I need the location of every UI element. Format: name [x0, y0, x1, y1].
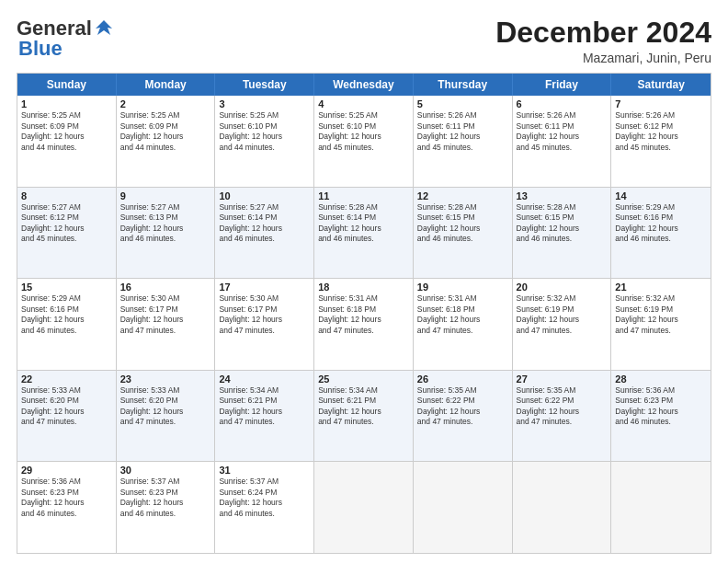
day-number: 21 [615, 282, 707, 293]
day-cell-1: 1Sunrise: 5:25 AM Sunset: 6:09 PM Daylig… [17, 96, 117, 187]
day-info: Sunrise: 5:26 AM Sunset: 6:11 PM Dayligh… [517, 110, 608, 153]
page: General Blue December 2024 Mazamari, Jun… [0, 0, 728, 563]
day-cell-24: 24Sunrise: 5:34 AM Sunset: 6:21 PM Dayli… [215, 371, 314, 462]
day-info: Sunrise: 5:37 AM Sunset: 6:24 PM Dayligh… [219, 477, 310, 519]
day-cell-30: 30Sunrise: 5:37 AM Sunset: 6:23 PM Dayli… [117, 462, 216, 553]
day-number: 22 [21, 373, 112, 385]
day-cell-3: 3Sunrise: 5:25 AM Sunset: 6:10 PM Daylig… [215, 96, 314, 187]
logo-blue: Blue [18, 37, 63, 61]
day-number: 14 [615, 190, 707, 201]
day-cell-6: 6Sunrise: 5:26 AM Sunset: 6:11 PM Daylig… [513, 96, 612, 187]
day-cell-7: 7Sunrise: 5:26 AM Sunset: 6:12 PM Daylig… [611, 96, 711, 187]
calendar-body: 1Sunrise: 5:25 AM Sunset: 6:09 PM Daylig… [17, 96, 711, 553]
month-year: December 2024 [495, 17, 711, 49]
day-info: Sunrise: 5:31 AM Sunset: 6:18 PM Dayligh… [417, 293, 508, 336]
calendar-week-2: 8Sunrise: 5:27 AM Sunset: 6:12 PM Daylig… [17, 187, 711, 279]
day-info: Sunrise: 5:33 AM Sunset: 6:20 PM Dayligh… [21, 385, 112, 428]
day-number: 2 [120, 98, 211, 109]
day-cell-12: 12Sunrise: 5:28 AM Sunset: 6:15 PM Dayli… [414, 188, 513, 279]
day-number: 16 [120, 282, 211, 293]
day-number: 1 [21, 98, 112, 109]
day-number: 23 [120, 373, 211, 385]
day-info: Sunrise: 5:35 AM Sunset: 6:22 PM Dayligh… [417, 385, 508, 428]
day-cell-25: 25Sunrise: 5:34 AM Sunset: 6:21 PM Dayli… [314, 371, 414, 462]
day-number: 13 [517, 190, 608, 201]
day-cell-16: 16Sunrise: 5:30 AM Sunset: 6:17 PM Dayli… [117, 279, 216, 370]
day-info: Sunrise: 5:28 AM Sunset: 6:15 PM Dayligh… [517, 202, 608, 245]
day-info: Sunrise: 5:26 AM Sunset: 6:11 PM Dayligh… [417, 110, 508, 153]
header-day-friday: Friday [513, 74, 612, 96]
day-number: 8 [21, 190, 112, 201]
day-cell-22: 22Sunrise: 5:33 AM Sunset: 6:20 PM Dayli… [17, 371, 117, 462]
day-info: Sunrise: 5:27 AM Sunset: 6:13 PM Dayligh… [120, 202, 211, 245]
day-number: 29 [21, 465, 112, 476]
day-number: 6 [517, 98, 608, 109]
day-info: Sunrise: 5:29 AM Sunset: 6:16 PM Dayligh… [21, 293, 112, 336]
day-cell-10: 10Sunrise: 5:27 AM Sunset: 6:14 PM Dayli… [215, 188, 314, 279]
day-cell-15: 15Sunrise: 5:29 AM Sunset: 6:16 PM Dayli… [17, 279, 117, 370]
day-cell-19: 19Sunrise: 5:31 AM Sunset: 6:18 PM Dayli… [414, 279, 513, 370]
day-info: Sunrise: 5:25 AM Sunset: 6:10 PM Dayligh… [318, 110, 409, 153]
day-info: Sunrise: 5:28 AM Sunset: 6:14 PM Dayligh… [318, 202, 409, 245]
day-info: Sunrise: 5:32 AM Sunset: 6:19 PM Dayligh… [615, 293, 707, 336]
day-info: Sunrise: 5:30 AM Sunset: 6:17 PM Dayligh… [120, 293, 211, 336]
calendar-week-4: 22Sunrise: 5:33 AM Sunset: 6:20 PM Dayli… [17, 370, 711, 462]
day-number: 19 [417, 282, 508, 293]
empty-cell [314, 462, 414, 553]
day-cell-2: 2Sunrise: 5:25 AM Sunset: 6:09 PM Daylig… [117, 96, 216, 187]
day-info: Sunrise: 5:27 AM Sunset: 6:14 PM Dayligh… [219, 202, 310, 245]
day-cell-31: 31Sunrise: 5:37 AM Sunset: 6:24 PM Dayli… [215, 462, 314, 553]
day-number: 27 [517, 373, 608, 385]
day-cell-5: 5Sunrise: 5:26 AM Sunset: 6:11 PM Daylig… [414, 96, 513, 187]
day-number: 7 [615, 98, 707, 109]
day-info: Sunrise: 5:30 AM Sunset: 6:17 PM Dayligh… [219, 293, 310, 336]
day-number: 3 [219, 98, 310, 109]
header-day-wednesday: Wednesday [314, 74, 414, 96]
day-number: 15 [21, 282, 112, 293]
day-number: 18 [318, 282, 409, 293]
day-number: 5 [417, 98, 508, 109]
day-cell-17: 17Sunrise: 5:30 AM Sunset: 6:17 PM Dayli… [215, 279, 314, 370]
day-info: Sunrise: 5:31 AM Sunset: 6:18 PM Dayligh… [318, 293, 409, 336]
day-info: Sunrise: 5:29 AM Sunset: 6:16 PM Dayligh… [615, 202, 707, 245]
day-number: 4 [318, 98, 409, 109]
day-cell-27: 27Sunrise: 5:35 AM Sunset: 6:22 PM Dayli… [513, 371, 612, 462]
calendar-header: SundayMondayTuesdayWednesdayThursdayFrid… [17, 74, 711, 96]
day-info: Sunrise: 5:37 AM Sunset: 6:23 PM Dayligh… [120, 477, 211, 519]
day-cell-13: 13Sunrise: 5:28 AM Sunset: 6:15 PM Dayli… [513, 188, 612, 279]
day-info: Sunrise: 5:34 AM Sunset: 6:21 PM Dayligh… [318, 385, 409, 428]
header-day-tuesday: Tuesday [215, 74, 314, 96]
day-info: Sunrise: 5:25 AM Sunset: 6:10 PM Dayligh… [219, 110, 310, 153]
calendar-week-1: 1Sunrise: 5:25 AM Sunset: 6:09 PM Daylig… [17, 96, 711, 187]
day-cell-4: 4Sunrise: 5:25 AM Sunset: 6:10 PM Daylig… [314, 96, 414, 187]
day-number: 17 [219, 282, 310, 293]
day-info: Sunrise: 5:36 AM Sunset: 6:23 PM Dayligh… [21, 477, 112, 519]
day-info: Sunrise: 5:27 AM Sunset: 6:12 PM Dayligh… [21, 202, 112, 245]
day-info: Sunrise: 5:36 AM Sunset: 6:23 PM Dayligh… [615, 385, 707, 428]
header-day-saturday: Saturday [611, 74, 711, 96]
day-cell-18: 18Sunrise: 5:31 AM Sunset: 6:18 PM Dayli… [314, 279, 414, 370]
day-cell-23: 23Sunrise: 5:33 AM Sunset: 6:20 PM Dayli… [117, 371, 216, 462]
day-number: 30 [120, 465, 211, 476]
empty-cell [414, 462, 513, 553]
day-cell-8: 8Sunrise: 5:27 AM Sunset: 6:12 PM Daylig… [17, 188, 117, 279]
day-number: 24 [219, 373, 310, 385]
day-number: 31 [219, 465, 310, 476]
day-info: Sunrise: 5:25 AM Sunset: 6:09 PM Dayligh… [21, 110, 112, 153]
day-cell-28: 28Sunrise: 5:36 AM Sunset: 6:23 PM Dayli… [611, 371, 711, 462]
empty-cell [513, 462, 612, 553]
header: General Blue December 2024 Mazamari, Jun… [17, 17, 711, 65]
day-cell-20: 20Sunrise: 5:32 AM Sunset: 6:19 PM Dayli… [513, 279, 612, 370]
day-info: Sunrise: 5:25 AM Sunset: 6:09 PM Dayligh… [120, 110, 211, 153]
day-number: 12 [417, 190, 508, 201]
day-number: 20 [517, 282, 608, 293]
day-cell-11: 11Sunrise: 5:28 AM Sunset: 6:14 PM Dayli… [314, 188, 414, 279]
title-block: December 2024 Mazamari, Junin, Peru [495, 17, 711, 65]
calendar: SundayMondayTuesdayWednesdayThursdayFrid… [17, 73, 711, 554]
day-info: Sunrise: 5:28 AM Sunset: 6:15 PM Dayligh… [417, 202, 508, 245]
header-day-monday: Monday [117, 74, 216, 96]
day-cell-29: 29Sunrise: 5:36 AM Sunset: 6:23 PM Dayli… [17, 462, 117, 553]
header-day-thursday: Thursday [414, 74, 513, 96]
day-number: 9 [120, 190, 211, 201]
calendar-week-3: 15Sunrise: 5:29 AM Sunset: 6:16 PM Dayli… [17, 278, 711, 370]
